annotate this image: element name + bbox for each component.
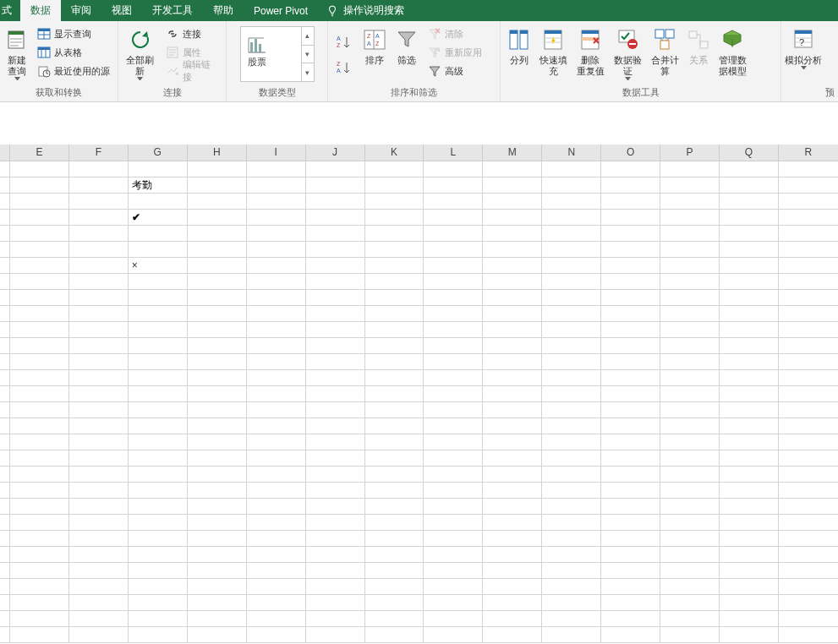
- cell[interactable]: [69, 322, 129, 338]
- cell[interactable]: [188, 418, 247, 434]
- cell[interactable]: [247, 338, 306, 354]
- cell[interactable]: [306, 354, 365, 370]
- cell[interactable]: [779, 611, 838, 627]
- cell[interactable]: [129, 194, 188, 210]
- cell[interactable]: [779, 161, 838, 177]
- cell[interactable]: [188, 338, 247, 354]
- cell[interactable]: [483, 258, 542, 274]
- cell[interactable]: [720, 434, 779, 450]
- cell[interactable]: [601, 210, 660, 226]
- cell[interactable]: [483, 194, 542, 210]
- cell[interactable]: [247, 258, 306, 274]
- cell[interactable]: [129, 338, 188, 354]
- cell[interactable]: [188, 579, 247, 595]
- cell[interactable]: [542, 531, 601, 547]
- cell[interactable]: [10, 579, 69, 595]
- cell[interactable]: [69, 418, 129, 434]
- cell[interactable]: [542, 210, 601, 226]
- cell[interactable]: [129, 531, 188, 547]
- cell[interactable]: [424, 274, 483, 290]
- cell[interactable]: [601, 338, 660, 354]
- cell[interactable]: [188, 274, 247, 290]
- cell[interactable]: [306, 177, 365, 194]
- cell[interactable]: [247, 467, 306, 483]
- cell[interactable]: [247, 611, 306, 627]
- cell[interactable]: [10, 563, 69, 579]
- cell[interactable]: [542, 242, 601, 258]
- cell[interactable]: [69, 290, 129, 306]
- cell[interactable]: [247, 627, 306, 643]
- cell[interactable]: [483, 177, 542, 194]
- cell[interactable]: [720, 274, 779, 290]
- cell[interactable]: [10, 306, 69, 322]
- cell[interactable]: [188, 194, 247, 210]
- cell[interactable]: [601, 354, 660, 370]
- cell[interactable]: [129, 499, 188, 515]
- cell[interactable]: [542, 563, 601, 579]
- cell[interactable]: [188, 402, 247, 418]
- cell[interactable]: [188, 627, 247, 643]
- cell[interactable]: [129, 242, 188, 258]
- cell[interactable]: [365, 595, 424, 611]
- cell[interactable]: [720, 499, 779, 515]
- cell[interactable]: [69, 386, 129, 402]
- cell[interactable]: [129, 450, 188, 467]
- col-header[interactable]: O: [601, 145, 660, 161]
- cell[interactable]: [365, 467, 424, 483]
- cell[interactable]: [779, 194, 838, 210]
- cell[interactable]: [306, 161, 365, 177]
- cell[interactable]: [483, 531, 542, 547]
- cell[interactable]: [720, 563, 779, 579]
- cell[interactable]: [601, 515, 660, 531]
- cell[interactable]: [365, 579, 424, 595]
- cell[interactable]: [483, 402, 542, 418]
- cell[interactable]: [542, 226, 601, 242]
- cell[interactable]: [660, 611, 720, 627]
- cell[interactable]: [424, 483, 483, 499]
- cell[interactable]: [69, 434, 129, 450]
- cell[interactable]: [247, 194, 306, 210]
- cell[interactable]: [247, 531, 306, 547]
- cell[interactable]: [720, 226, 779, 242]
- cell[interactable]: [779, 242, 838, 258]
- cell[interactable]: [542, 467, 601, 483]
- cell[interactable]: [10, 322, 69, 338]
- cell[interactable]: [779, 322, 838, 338]
- cell[interactable]: [601, 483, 660, 499]
- cell[interactable]: [188, 595, 247, 611]
- tab-help[interactable]: 帮助: [203, 0, 244, 21]
- cell[interactable]: [247, 306, 306, 322]
- cell[interactable]: [779, 563, 838, 579]
- cell[interactable]: [660, 274, 720, 290]
- col-header[interactable]: L: [424, 145, 483, 161]
- cell[interactable]: [720, 611, 779, 627]
- cell[interactable]: [247, 515, 306, 531]
- cell[interactable]: [306, 579, 365, 595]
- col-header[interactable]: J: [306, 145, 365, 161]
- consolidate-button[interactable]: 合并计算: [646, 25, 683, 77]
- cell[interactable]: [483, 161, 542, 177]
- cell[interactable]: [660, 161, 720, 177]
- cell[interactable]: [188, 370, 247, 386]
- cell[interactable]: [306, 306, 365, 322]
- cell[interactable]: [660, 322, 720, 338]
- cell[interactable]: [601, 306, 660, 322]
- cell[interactable]: [601, 531, 660, 547]
- cell[interactable]: [424, 611, 483, 627]
- cell[interactable]: [779, 627, 838, 643]
- cell[interactable]: [365, 450, 424, 467]
- cell[interactable]: [601, 386, 660, 402]
- cell[interactable]: [779, 547, 838, 563]
- cell[interactable]: [720, 595, 779, 611]
- cell[interactable]: [779, 418, 838, 434]
- cell[interactable]: [720, 531, 779, 547]
- cell[interactable]: [306, 563, 365, 579]
- tell-me-search[interactable]: 操作说明搜索: [326, 0, 404, 21]
- cell[interactable]: [424, 338, 483, 354]
- cell[interactable]: [542, 450, 601, 467]
- cell[interactable]: [365, 531, 424, 547]
- cell[interactable]: [542, 611, 601, 627]
- cell[interactable]: [365, 370, 424, 386]
- cell[interactable]: [10, 434, 69, 450]
- cell[interactable]: [10, 338, 69, 354]
